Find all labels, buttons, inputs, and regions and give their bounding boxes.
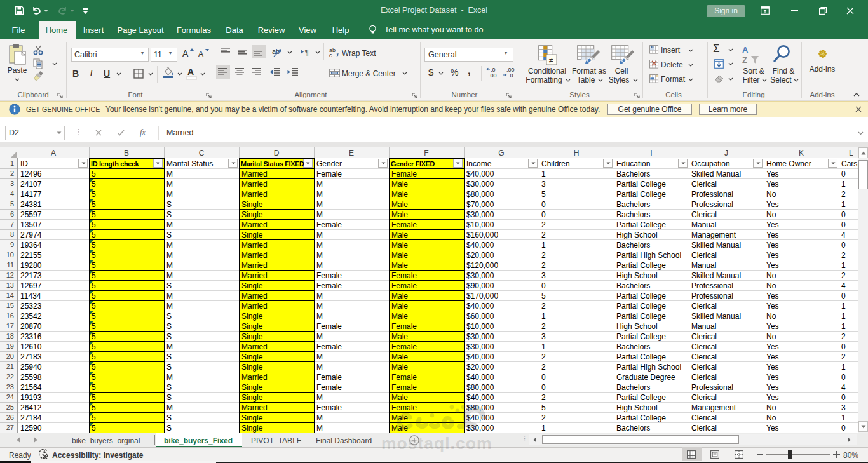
svg-text:c: c [329, 52, 332, 57]
svg-text:¶: ¶ [305, 48, 309, 56]
svg-text:.0: .0 [508, 72, 513, 78]
svg-text:A: A [742, 45, 749, 55]
svg-text:.00: .00 [489, 72, 497, 78]
svg-text:≠: ≠ [549, 56, 553, 65]
svg-text:Z: Z [742, 55, 747, 65]
